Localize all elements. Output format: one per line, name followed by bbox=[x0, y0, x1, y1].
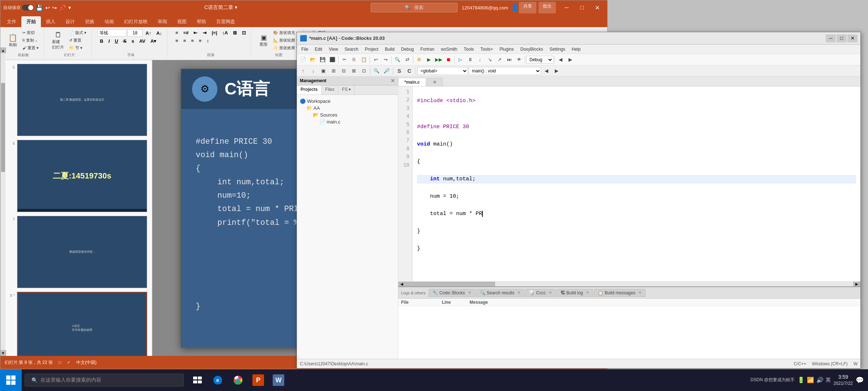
slide-preview-6[interactable]: 二夏:14519730s bbox=[17, 140, 147, 212]
slide-preview-8[interactable]: C语言符号常量的使用 bbox=[17, 292, 147, 356]
menu-settings[interactable]: Settings bbox=[546, 46, 568, 53]
logs-tab-buildmsg[interactable]: 📋 Build messages ✕ bbox=[594, 289, 646, 297]
slide-preview-7[interactable]: 数据类型相关内容... bbox=[17, 216, 147, 288]
tab-review[interactable]: 审阅 bbox=[153, 16, 172, 27]
italic-btn[interactable]: I bbox=[106, 38, 112, 45]
autosave-toggle[interactable] bbox=[22, 5, 34, 10]
shapes-btn[interactable]: ▣ 图形 bbox=[257, 33, 270, 48]
taskbar-app-other[interactable]: W bbox=[269, 371, 288, 390]
logs-tab-codeblocks[interactable]: 🔧 Code::Blocks ✕ bbox=[429, 289, 475, 297]
notification-icon[interactable]: 💬 bbox=[856, 376, 864, 384]
menu-view[interactable]: View bbox=[326, 46, 341, 53]
tb-undo-btn[interactable]: ↩ bbox=[371, 55, 380, 64]
slides-vscroll[interactable]: ▲ ▼ bbox=[0, 60, 5, 356]
justify-btn[interactable]: ≡ bbox=[197, 37, 204, 44]
buildmsg-tab-close[interactable]: ✕ bbox=[638, 290, 642, 295]
tb-copy-btn[interactable]: ⎘ bbox=[349, 55, 359, 64]
debug-config-select[interactable]: Debug Release bbox=[526, 56, 553, 64]
pp-search-box[interactable]: 🔍 搜索 bbox=[371, 3, 458, 12]
tb2-s-btn[interactable]: S bbox=[395, 67, 404, 75]
cb-close-btn[interactable]: ✕ bbox=[847, 34, 858, 42]
tree-project-aa[interactable]: 📁 AA bbox=[306, 105, 395, 112]
align-left-btn[interactable]: ≡ bbox=[173, 37, 180, 44]
section-btn[interactable]: 📁 节 ▾ bbox=[67, 45, 89, 51]
taskbar-app-chrome[interactable] bbox=[229, 371, 247, 390]
bold-btn[interactable]: B bbox=[98, 38, 105, 45]
dropdown-icon[interactable]: ▾ bbox=[68, 5, 71, 10]
cccc-tab-close[interactable]: ✕ bbox=[549, 290, 552, 295]
font-size-down-btn[interactable]: A↓ bbox=[154, 30, 164, 37]
menu-tools-plus[interactable]: Tools+ bbox=[477, 46, 496, 53]
tb2-btn1[interactable]: ↑ bbox=[298, 67, 308, 75]
taskbar-app-taskview[interactable] bbox=[188, 371, 207, 390]
align-right-btn[interactable]: ≡ bbox=[189, 37, 196, 44]
slide-thumb-7[interactable]: 7 数据类型相关内容... bbox=[7, 215, 150, 289]
tab-insert[interactable]: 插入 bbox=[41, 16, 60, 27]
menu-doxyblocks[interactable]: DoxyBlocks bbox=[518, 46, 546, 53]
shadow-btn[interactable]: s bbox=[129, 38, 136, 45]
taskbar-app-powerpoint[interactable]: P bbox=[249, 371, 268, 390]
panel-tab-files[interactable]: Files bbox=[322, 85, 338, 94]
menu-debug[interactable]: Debug bbox=[398, 46, 417, 53]
slide-thumb-6[interactable]: 6 二夏:14519730s bbox=[7, 139, 150, 213]
redo-icon[interactable]: ↪ bbox=[52, 4, 57, 11]
menu-search[interactable]: Search bbox=[342, 46, 361, 53]
pp-comment-btn[interactable]: 批注 bbox=[539, 2, 556, 13]
text-dir-btn[interactable]: ↕A bbox=[220, 29, 230, 36]
tb-save-btn[interactable]: 💾 bbox=[318, 55, 327, 64]
cut-btn[interactable]: ✂ 剪切 bbox=[20, 29, 41, 36]
menu-wxsmith[interactable]: wxSmith bbox=[438, 46, 460, 53]
cb-minimize-btn[interactable]: ─ bbox=[826, 34, 836, 42]
pin-icon[interactable]: 📌 bbox=[59, 4, 66, 11]
tb-build-run-btn[interactable]: ▶▶ bbox=[434, 55, 443, 64]
user-avatar-icon[interactable]: 👤 bbox=[511, 4, 519, 12]
taskbar-search-box[interactable]: 🔍 在这里输入你要搜索的内容 bbox=[25, 374, 184, 387]
tab-design[interactable]: 设计 bbox=[60, 16, 80, 27]
panel-tab-projects[interactable]: Projects bbox=[297, 85, 322, 94]
tb2-btn3[interactable]: ▣ bbox=[319, 67, 328, 75]
slide-thumb-5[interactable]: 5 第二章 数据类型、运算符和表达式 bbox=[7, 63, 150, 137]
tb-build-btn[interactable]: ⚙ bbox=[414, 55, 424, 64]
scroll-track[interactable] bbox=[1, 60, 5, 350]
tab-slideshow[interactable]: 幻灯片放映 bbox=[119, 16, 153, 27]
tb-more-left-btn[interactable]: ◀ bbox=[556, 55, 565, 64]
menu-fortran[interactable]: Fortran bbox=[417, 46, 437, 53]
tab-view[interactable]: 视图 bbox=[172, 16, 192, 27]
reset-btn[interactable]: ↺ 重置 bbox=[67, 37, 89, 44]
copy-btn[interactable]: ⎘ 复制 ▾ bbox=[20, 37, 41, 44]
outdent-btn[interactable]: ⇤ bbox=[191, 29, 200, 36]
global-scope-select[interactable]: <global> bbox=[417, 67, 468, 75]
slide-thumb-8[interactable]: 8 * C语言符号常量的使用 bbox=[7, 291, 150, 356]
cb-maximize-btn[interactable]: □ bbox=[837, 34, 847, 42]
tab-help[interactable]: 帮助 bbox=[192, 16, 211, 27]
function-scope-select[interactable]: main() : void bbox=[469, 67, 541, 75]
tb-paste-btn[interactable]: 📋 bbox=[359, 55, 369, 64]
smartart-btn[interactable]: ⊡ bbox=[240, 29, 248, 36]
tb-find-btn[interactable]: 🔍 bbox=[393, 55, 402, 64]
code-content[interactable]: #include <stdio.h> #define PRICE 30 void… bbox=[413, 87, 860, 281]
tb-redo-btn[interactable]: ↪ bbox=[381, 55, 390, 64]
management-close-btn[interactable]: ✕ bbox=[391, 78, 395, 84]
logs-tab-cccc[interactable]: 📊 Cccc ✕ bbox=[525, 289, 556, 297]
font-size-input[interactable] bbox=[127, 29, 142, 37]
save-icon[interactable]: 💾 bbox=[36, 4, 43, 11]
menu-build[interactable]: Build bbox=[382, 46, 397, 53]
menu-tools[interactable]: Tools bbox=[461, 46, 477, 53]
pp-maximize-btn[interactable]: □ bbox=[575, 2, 589, 13]
tb2-c-btn[interactable]: C bbox=[405, 67, 414, 75]
tb2-zoom-in[interactable]: 🔍 bbox=[372, 67, 381, 75]
tree-mainc[interactable]: 📄 main.c bbox=[319, 118, 395, 125]
tab-animations[interactable]: 动画 bbox=[99, 16, 119, 27]
font-color-btn[interactable]: A▾ bbox=[148, 38, 158, 45]
col-btn[interactable]: |≡| bbox=[209, 29, 219, 36]
tab-baidu[interactable]: 百度网盘 bbox=[211, 16, 240, 27]
format-painter-btn[interactable]: 🖌 重置 ▾ bbox=[20, 45, 41, 51]
editor-tab-mainc[interactable]: *main.c bbox=[398, 78, 426, 86]
font-name-input[interactable] bbox=[98, 29, 127, 37]
cb-code-editor[interactable]: 1 2 3 4 5 6 7 8 9 10 #include <stdio.h> … bbox=[398, 87, 860, 281]
tb-stop-btn[interactable]: ⏹ bbox=[444, 55, 453, 64]
pp-close-btn[interactable]: ✕ bbox=[590, 2, 604, 13]
tb-step-btn[interactable]: ↓ bbox=[475, 55, 485, 64]
tb-cut-btn[interactable]: ✂ bbox=[340, 55, 349, 64]
list-bullet-btn[interactable]: ≡ bbox=[173, 29, 180, 36]
